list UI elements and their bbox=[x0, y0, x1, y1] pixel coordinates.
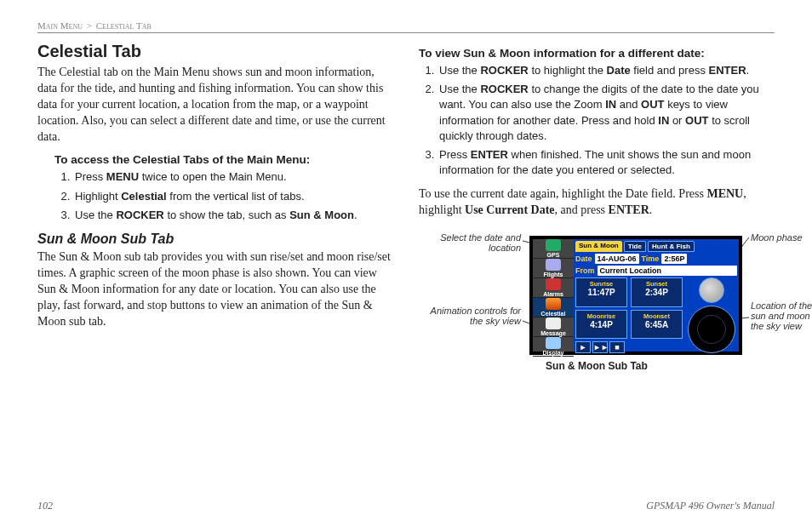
device-screenshot: GPS Flights Alarms Celestial Message Dis… bbox=[529, 236, 742, 355]
sidebar-gps: GPS bbox=[533, 239, 574, 259]
procedure-2-list: Use the ROCKER to highlight the Date fie… bbox=[437, 63, 775, 178]
date-label: Date bbox=[575, 254, 592, 263]
procedure-2-heading: To view Sun & Moon information for a dif… bbox=[419, 47, 775, 60]
sidebar-flights: Flights bbox=[533, 259, 574, 278]
time-field: 2:56P bbox=[661, 254, 687, 264]
proc1-step2: Highlight Celestial from the vertical li… bbox=[73, 189, 393, 204]
breadcrumb-b: Celestial Tab bbox=[96, 20, 152, 31]
tab-tide: Tide bbox=[624, 241, 646, 252]
moonset-box: Moonset6:45A bbox=[631, 310, 683, 340]
stop-button-icon: ■ bbox=[609, 341, 625, 353]
figure-caption: Sun & Moon Sub Tab bbox=[419, 360, 775, 372]
play-button-icon: ► bbox=[575, 341, 591, 353]
proc2-step2: Use the ROCKER to change the digits of t… bbox=[437, 82, 775, 144]
device-sidebar: GPS Flights Alarms Celestial Message Dis… bbox=[533, 239, 574, 352]
time-label: Time bbox=[642, 254, 660, 263]
sidebar-celestial: Celestial bbox=[533, 298, 574, 317]
moon-phase-icon bbox=[699, 277, 724, 303]
breadcrumb-sep: > bbox=[87, 20, 92, 31]
sunrise-box: Sunrise11:47P bbox=[575, 277, 627, 307]
figure-sun-moon: Select the date and location Animation c… bbox=[419, 227, 775, 380]
callout-moon-phase: Moon phase bbox=[751, 232, 812, 243]
page-title: Celestial Tab bbox=[37, 42, 393, 61]
proc1-step3: Use the ROCKER to show the tab, such as … bbox=[73, 208, 393, 223]
tab-sun-moon: Sun & Moon bbox=[575, 241, 622, 252]
tab-hunt-fish: Hunt & Fish bbox=[648, 241, 695, 252]
page-footer: 102 GPSMAP 496 Owner's Manual bbox=[37, 500, 775, 512]
manual-title: GPSMAP 496 Owner's Manual bbox=[646, 500, 775, 512]
procedure-1-list: Press MENU twice to open the Main Menu. … bbox=[73, 169, 393, 223]
sub-tab-heading: Sun & Moon Sub Tab bbox=[37, 232, 393, 247]
moonrise-box: Moonrise4:14P bbox=[575, 310, 627, 340]
left-column: Celestial Tab The Celestial tab on the M… bbox=[37, 42, 393, 380]
page-number: 102 bbox=[37, 500, 53, 512]
procedure-1-heading: To access the Celestial Tabs of the Main… bbox=[54, 153, 393, 166]
breadcrumb-a: Main Menu bbox=[37, 20, 83, 31]
sidebar-display: Display bbox=[533, 337, 574, 357]
sky-view-icon bbox=[688, 306, 735, 353]
callout-animation-controls: Animation controls for the sky view bbox=[419, 306, 521, 326]
device-main: Sun & Moon Tide Hunt & Fish Date 14-AUG-… bbox=[574, 239, 739, 352]
from-field: Current Location bbox=[598, 266, 738, 276]
sidebar-message: Message bbox=[533, 317, 574, 337]
proc2-step1: Use the ROCKER to highlight the Date fie… bbox=[437, 63, 775, 78]
right-column: To view Sun & Moon information for a dif… bbox=[419, 42, 775, 380]
animation-controls: ► ►► ■ bbox=[575, 341, 683, 353]
callout-date-location: Select the date and location bbox=[419, 232, 521, 253]
sunset-box: Sunset2:34P bbox=[631, 277, 683, 307]
intro-text: The Celestial tab on the Main Menu shows… bbox=[37, 65, 393, 145]
proc1-step1: Press MENU twice to open the Main Menu. bbox=[73, 169, 393, 185]
callout-sky-location: Location of the sun and moon in the sky … bbox=[751, 300, 812, 331]
breadcrumb: Main Menu > Celestial Tab bbox=[37, 20, 775, 33]
proc2-step3: Press ENTER when finished. The unit show… bbox=[437, 147, 775, 178]
fast-forward-button-icon: ►► bbox=[592, 341, 608, 353]
date-field: 14-AUG-06 bbox=[595, 254, 639, 264]
from-label: From bbox=[575, 266, 595, 275]
after-procedure-text: To use the current date again, highlight… bbox=[419, 186, 775, 219]
sidebar-alarms: Alarms bbox=[533, 278, 574, 298]
sub-tab-body: The Sun & Moon sub tab provides you with… bbox=[37, 249, 393, 329]
